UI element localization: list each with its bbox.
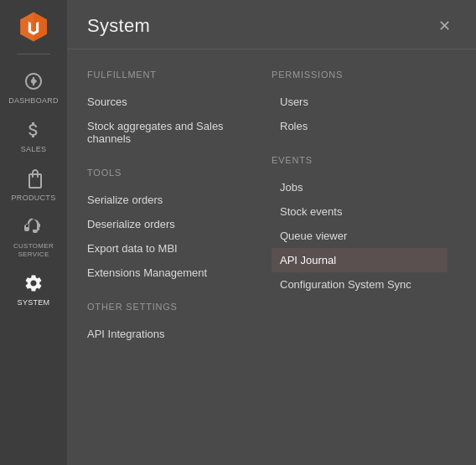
sidebar-item-label-products: PRODUCTS (12, 194, 56, 202)
dashboard-icon (22, 70, 45, 93)
right-column: Permissions Users Roles Events Jobs Stoc… (272, 66, 456, 363)
stock-aggregates-item[interactable]: Stock aggregates and Sales channels (87, 114, 263, 151)
stock-events-item[interactable]: Stock events (272, 199, 448, 224)
main-header: System ✕ (67, 0, 476, 49)
products-icon (22, 167, 45, 190)
api-journal-item[interactable]: API Journal (272, 248, 448, 272)
magento-logo (15, 8, 52, 45)
sidebar-item-label-dashboard: DASHBOARD (8, 96, 59, 105)
close-button[interactable]: ✕ (433, 17, 456, 35)
queue-viewer-item[interactable]: Queue viewer (272, 224, 448, 248)
extensions-management-item[interactable]: Extensions Management (87, 261, 263, 285)
tools-title: Tools (87, 168, 263, 178)
sidebar-item-customer-service[interactable]: CUSTOMER SERVICE (0, 209, 67, 265)
sidebar-item-label-system: SYSTEM (18, 298, 50, 307)
jobs-item[interactable]: Jobs (272, 175, 448, 199)
config-system-sync-item[interactable]: Configuration System Sync (272, 272, 448, 297)
page-title: System (87, 15, 150, 37)
sidebar-item-system[interactable]: SYSTEM (0, 265, 67, 313)
system-icon (22, 271, 45, 295)
menu-grid: Fulfillment Sources Stock aggregates and… (67, 49, 476, 380)
events-section: Events Jobs Stock events Queue viewer AP… (272, 155, 448, 297)
customer-service-icon (22, 215, 45, 239)
other-settings-title: Other Settings (87, 302, 263, 312)
export-data-mbi-item[interactable]: Export data to MBI (87, 236, 263, 261)
sidebar-divider (17, 54, 50, 54)
deserialize-orders-item[interactable]: Deserialize orders (87, 212, 263, 236)
serialize-orders-item[interactable]: Serialize orders (87, 188, 263, 212)
fulfillment-title: Fulfillment (87, 70, 263, 80)
other-settings-section: Other Settings API Integrations (87, 302, 263, 346)
sidebar-item-products[interactable]: PRODUCTS (0, 160, 67, 209)
sources-item[interactable]: Sources (87, 90, 263, 114)
sidebar-item-label-customer-service: CUSTOMER SERVICE (3, 242, 64, 258)
left-column: Fulfillment Sources Stock aggregates and… (87, 66, 272, 363)
sidebar-item-sales[interactable]: SALES (0, 111, 67, 160)
roles-item[interactable]: Roles (272, 114, 448, 138)
sales-icon (22, 118, 45, 142)
fulfillment-section: Fulfillment Sources Stock aggregates and… (87, 70, 263, 151)
sidebar-item-label-sales: SALES (21, 145, 47, 153)
api-integrations-item[interactable]: API Integrations (87, 322, 263, 346)
main-panel: System ✕ Fulfillment Sources Stock aggre… (67, 0, 476, 465)
permissions-title: Permissions (272, 70, 448, 80)
tools-section: Tools Serialize orders Deserialize order… (87, 168, 263, 285)
events-title: Events (272, 155, 448, 165)
sidebar-item-dashboard[interactable]: DASHBOARD (0, 63, 67, 111)
users-item[interactable]: Users (272, 90, 448, 114)
permissions-section: Permissions Users Roles (272, 70, 448, 138)
sidebar: DASHBOARD SALES PRODUCTS CUSTOMER SERVIC… (0, 0, 67, 465)
